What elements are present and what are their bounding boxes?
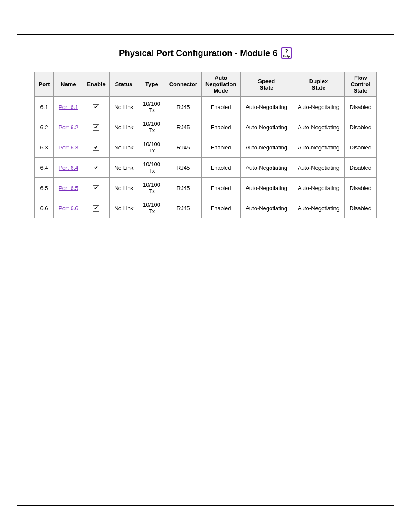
cell-flow-control-state: Disabled (345, 97, 377, 117)
bottom-divider (17, 505, 394, 506)
cell-enable[interactable] (83, 198, 109, 218)
cell-flow-control-state: Disabled (345, 158, 377, 178)
table-row: 6.5Port 6.5No Link10/100TxRJ45EnabledAut… (35, 178, 377, 198)
cell-type: 10/100Tx (138, 97, 165, 117)
col-header-name: Name (54, 72, 83, 97)
cell-connector: RJ45 (165, 97, 201, 117)
cell-auto-negotiation-mode: Enabled (201, 137, 240, 158)
cell-status: No Link (109, 97, 138, 117)
col-header-enable: Enable (83, 72, 109, 97)
col-header-port: Port (35, 72, 54, 97)
cell-speed-state: Auto-Negotiating (240, 117, 293, 137)
cell-name[interactable]: Port 6.2 (54, 117, 83, 137)
cell-port: 6.3 (35, 137, 54, 158)
table-row: 6.3Port 6.3No Link10/100TxRJ45EnabledAut… (35, 137, 377, 158)
cell-flow-control-state: Disabled (345, 198, 377, 218)
cell-flow-control-state: Disabled (345, 137, 377, 158)
table-row: 6.1Port 6.1No Link10/100TxRJ45EnabledAut… (35, 97, 377, 117)
cell-connector: RJ45 (165, 137, 201, 158)
cell-port: 6.4 (35, 158, 54, 178)
cell-duplex-state: Auto-Negotiating (293, 117, 345, 137)
cell-name[interactable]: Port 6.1 (54, 97, 83, 117)
enable-checkbox[interactable] (93, 104, 99, 110)
cell-auto-negotiation-mode: Enabled (201, 178, 240, 198)
cell-connector: RJ45 (165, 117, 201, 137)
cell-status: No Link (109, 117, 138, 137)
cell-name[interactable]: Port 6.3 (54, 137, 83, 158)
port-link[interactable]: Port 6.6 (59, 205, 78, 212)
cell-type: 10/100Tx (138, 137, 165, 158)
cell-status: No Link (109, 178, 138, 198)
cell-enable[interactable] (83, 97, 109, 117)
cell-enable[interactable] (83, 137, 109, 158)
enable-checkbox[interactable] (93, 124, 99, 131)
cell-name[interactable]: Port 6.4 (54, 158, 83, 178)
port-link[interactable]: Port 6.5 (59, 185, 78, 191)
cell-speed-state: Auto-Negotiating (240, 198, 293, 218)
col-header-status: Status (109, 72, 138, 97)
enable-checkbox[interactable] (93, 205, 99, 212)
cell-type: 10/100Tx (138, 117, 165, 137)
cell-type: 10/100Tx (138, 158, 165, 178)
cell-name[interactable]: Port 6.5 (54, 178, 83, 198)
cell-duplex-state: Auto-Negotiating (293, 178, 345, 198)
table-header-row: Port Name Enable Status Type Connector A… (35, 72, 377, 97)
col-header-flow-control-state: FlowControlState (345, 72, 377, 97)
table-row: 6.4Port 6.4No Link10/100TxRJ45EnabledAut… (35, 158, 377, 178)
table-row: 6.6Port 6.6No Link10/100TxRJ45EnabledAut… (35, 198, 377, 218)
cell-connector: RJ45 (165, 178, 201, 198)
cell-type: 10/100Tx (138, 198, 165, 218)
cell-enable[interactable] (83, 117, 109, 137)
top-divider (17, 34, 394, 35)
help-icon[interactable]: ? Help (281, 47, 292, 59)
col-header-type: Type (138, 72, 165, 97)
cell-speed-state: Auto-Negotiating (240, 137, 293, 158)
table-row: 6.2Port 6.2No Link10/100TxRJ45EnabledAut… (35, 117, 377, 137)
cell-port: 6.6 (35, 198, 54, 218)
col-header-speed-state: SpeedState (240, 72, 293, 97)
cell-name[interactable]: Port 6.6 (54, 198, 83, 218)
cell-flow-control-state: Disabled (345, 117, 377, 137)
page-title: Physical Port Configuration - Module 6 (119, 48, 277, 58)
port-link[interactable]: Port 6.1 (59, 104, 78, 110)
cell-port: 6.1 (35, 97, 54, 117)
cell-status: No Link (109, 158, 138, 178)
cell-connector: RJ45 (165, 198, 201, 218)
cell-status: No Link (109, 198, 138, 218)
enable-checkbox[interactable] (93, 185, 99, 191)
col-header-auto-negotiation-mode: AutoNegotiationMode (201, 72, 240, 97)
enable-checkbox[interactable] (93, 145, 99, 151)
cell-auto-negotiation-mode: Enabled (201, 198, 240, 218)
col-header-duplex-state: DuplexState (293, 72, 345, 97)
cell-speed-state: Auto-Negotiating (240, 158, 293, 178)
port-link[interactable]: Port 6.3 (59, 144, 78, 151)
cell-status: No Link (109, 137, 138, 158)
cell-type: 10/100Tx (138, 178, 165, 198)
help-question-mark: ? (285, 48, 288, 54)
port-link[interactable]: Port 6.4 (59, 165, 78, 171)
cell-auto-negotiation-mode: Enabled (201, 97, 240, 117)
cell-port: 6.5 (35, 178, 54, 198)
cell-auto-negotiation-mode: Enabled (201, 158, 240, 178)
cell-duplex-state: Auto-Negotiating (293, 97, 345, 117)
port-link[interactable]: Port 6.2 (59, 124, 78, 131)
cell-speed-state: Auto-Negotiating (240, 178, 293, 198)
cell-duplex-state: Auto-Negotiating (293, 137, 345, 158)
cell-duplex-state: Auto-Negotiating (293, 158, 345, 178)
help-label: Help (283, 55, 290, 58)
cell-port: 6.2 (35, 117, 54, 137)
cell-enable[interactable] (83, 178, 109, 198)
cell-enable[interactable] (83, 158, 109, 178)
cell-speed-state: Auto-Negotiating (240, 97, 293, 117)
port-config-table: Port Name Enable Status Type Connector A… (34, 72, 377, 218)
enable-checkbox[interactable] (93, 165, 99, 171)
cell-auto-negotiation-mode: Enabled (201, 117, 240, 137)
col-header-connector: Connector (165, 72, 201, 97)
cell-duplex-state: Auto-Negotiating (293, 198, 345, 218)
cell-flow-control-state: Disabled (345, 178, 377, 198)
cell-connector: RJ45 (165, 158, 201, 178)
